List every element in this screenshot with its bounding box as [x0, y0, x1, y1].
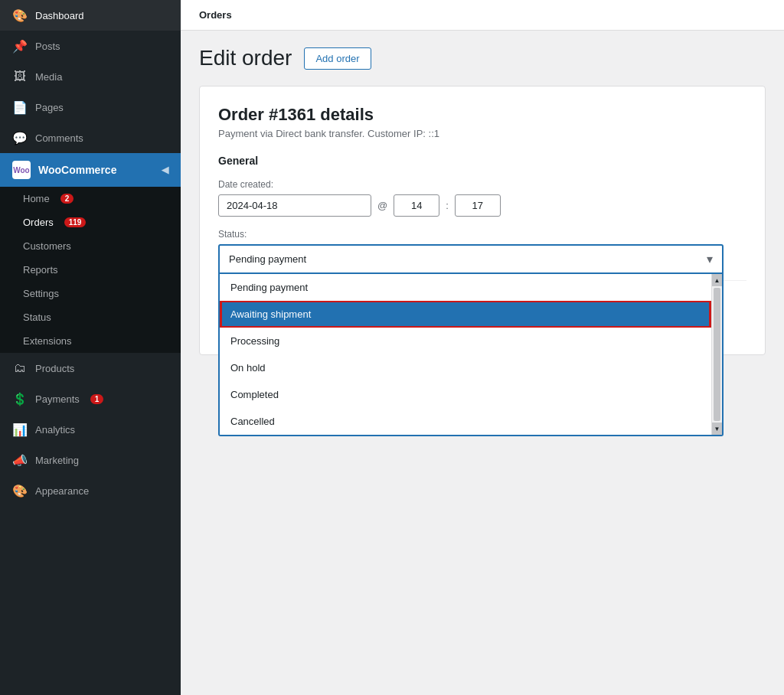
woo-logo: Woo	[12, 161, 31, 179]
comments-icon: 💬	[12, 130, 28, 145]
main-content: Orders Edit order Add order Order #1361 …	[181, 0, 784, 695]
topbar-title: Orders	[199, 9, 232, 21]
media-icon: 🖼	[12, 69, 28, 84]
page-title: Edit order	[199, 46, 292, 70]
sidebar: 🎨 Dashboard 📌 Posts 🖼 Media 📄 Pages 💬 Co…	[0, 0, 181, 695]
date-input[interactable]	[218, 194, 371, 217]
pages-icon: 📄	[12, 100, 28, 115]
topbar: Orders	[181, 0, 784, 31]
date-row: @ :	[218, 194, 746, 217]
dropdown-list-inner: Pending payment Awaiting shipment Proces…	[220, 274, 722, 435]
dropdown-option-cancelled[interactable]: Cancelled	[220, 408, 711, 435]
woo-submenu: Home 2 Orders 119 Customers Reports Sett…	[0, 187, 181, 353]
order-card: Order #1361 details Payment via Direct b…	[199, 86, 766, 355]
sidebar-item-media[interactable]: 🖼 Media	[0, 61, 181, 92]
sidebar-item-label: Products	[35, 363, 74, 374]
dropdown-option-awaiting[interactable]: Awaiting shipment	[220, 301, 711, 328]
sidebar-item-label: Status	[23, 312, 51, 323]
woo-arrow-icon: ◀	[162, 165, 168, 175]
content-area: Edit order Add order Order #1361 details…	[181, 31, 784, 370]
sidebar-item-label: Dashboard	[35, 10, 84, 21]
sidebar-item-comments[interactable]: 💬 Comments	[0, 122, 181, 153]
time-minute-input[interactable]	[455, 194, 501, 217]
general-section-title: General	[218, 155, 746, 167]
sidebar-item-label: Settings	[23, 288, 59, 299]
sidebar-item-extensions[interactable]: Extensions	[0, 329, 181, 353]
sidebar-item-appearance[interactable]: 🎨 Appearance	[0, 475, 181, 506]
sidebar-item-label: Orders	[23, 217, 54, 228]
woocommerce-header[interactable]: Woo WooCommerce ◀	[0, 153, 181, 187]
order-title: Order #1361 details	[218, 105, 746, 125]
analytics-icon: 📊	[12, 422, 28, 437]
status-label: Status:	[218, 229, 746, 240]
orders-badge: 119	[64, 217, 87, 227]
sidebar-item-orders[interactable]: Orders 119	[0, 210, 181, 234]
sidebar-item-label: Media	[35, 71, 62, 83]
sidebar-item-reports[interactable]: Reports	[0, 258, 181, 282]
dropdown-list: Pending payment Awaiting shipment Proces…	[218, 274, 724, 436]
scrollbar-up-btn[interactable]: ▲	[712, 274, 722, 286]
dropdown-option-completed[interactable]: Completed	[220, 381, 711, 408]
scrollbar-down-btn[interactable]: ▼	[712, 423, 722, 435]
sidebar-item-analytics[interactable]: 📊 Analytics	[0, 414, 181, 445]
chevron-down-icon: ▾	[707, 252, 713, 266]
sidebar-item-label: Payments	[35, 393, 80, 405]
scrollbar[interactable]: ▲ ▼	[711, 274, 722, 435]
payments-icon: 💲	[12, 391, 28, 406]
posts-icon: 📌	[12, 38, 28, 54]
page-header: Edit order Add order	[199, 46, 766, 70]
sidebar-item-label: Reports	[23, 264, 58, 276]
sidebar-item-status[interactable]: Status	[0, 305, 181, 329]
order-subtitle: Payment via Direct bank transfer. Custom…	[218, 128, 746, 139]
sidebar-item-label: Comments	[35, 132, 83, 144]
status-dropdown[interactable]: Pending payment ▾ Pending payment Awaiti…	[218, 244, 724, 274]
date-label: Date created:	[218, 179, 746, 190]
sidebar-item-label: Posts	[35, 41, 60, 52]
sidebar-item-payments[interactable]: 💲 Payments 1	[0, 383, 181, 414]
woocommerce-label: WooCommerce	[38, 164, 116, 176]
dropdown-option-pending[interactable]: Pending payment	[220, 274, 711, 301]
dropdown-selected[interactable]: Pending payment ▾	[218, 244, 724, 274]
appearance-icon: 🎨	[12, 483, 28, 498]
sidebar-item-settings[interactable]: Settings	[0, 282, 181, 305]
sidebar-item-customers[interactable]: Customers	[0, 234, 181, 258]
scrollbar-thumb[interactable]	[714, 288, 720, 421]
payments-badge: 1	[90, 394, 104, 404]
sidebar-item-label: Appearance	[35, 485, 89, 497]
sidebar-item-products[interactable]: 🗂 Products	[0, 353, 181, 383]
sidebar-item-label: Pages	[35, 102, 64, 113]
sidebar-item-label: Home	[23, 193, 50, 204]
dropdown-options: Pending payment Awaiting shipment Proces…	[220, 274, 711, 435]
sidebar-item-dashboard[interactable]: 🎨 Dashboard	[0, 0, 181, 31]
dashboard-icon: 🎨	[12, 8, 28, 23]
sidebar-item-pages[interactable]: 📄 Pages	[0, 92, 181, 122]
marketing-icon: 📣	[12, 452, 28, 468]
time-hour-input[interactable]	[394, 194, 439, 217]
sidebar-item-label: Customers	[23, 240, 71, 252]
colon-separator: :	[446, 200, 449, 211]
sidebar-item-home[interactable]: Home 2	[0, 187, 181, 210]
sidebar-item-label: Marketing	[35, 455, 79, 466]
dropdown-option-processing[interactable]: Processing	[220, 328, 711, 354]
add-order-button[interactable]: Add order	[304, 47, 371, 70]
products-icon: 🗂	[12, 361, 28, 376]
sidebar-item-label: Extensions	[23, 335, 72, 347]
home-badge: 2	[60, 194, 74, 204]
dropdown-option-on-hold[interactable]: On hold	[220, 354, 711, 381]
sidebar-item-posts[interactable]: 📌 Posts	[0, 31, 181, 61]
at-symbol: @	[377, 200, 387, 211]
dropdown-selected-text: Pending payment	[229, 253, 306, 265]
sidebar-item-marketing[interactable]: 📣 Marketing	[0, 445, 181, 475]
sidebar-item-label: Analytics	[35, 424, 75, 436]
